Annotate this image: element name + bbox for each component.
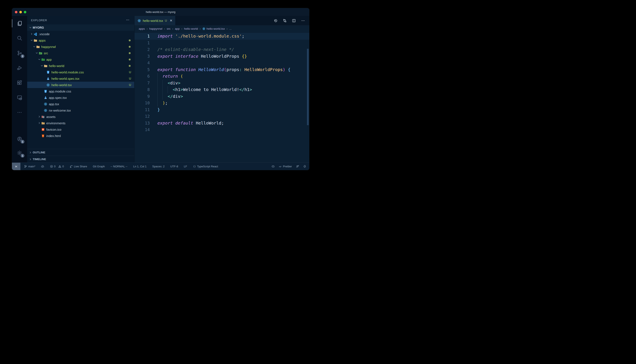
workspace-root-row[interactable]: MYORG	[27, 24, 134, 31]
status-item-git-branch[interactable]: main*	[24, 165, 35, 168]
tree-item-hello-world.module.css[interactable]: 3hello-world.module.cssU	[27, 69, 134, 75]
breadcrumb-label: app	[175, 27, 180, 30]
branch-icon	[24, 165, 27, 168]
activity-item-remote-explorer[interactable]	[12, 90, 27, 105]
activity-item-source-control[interactable]: 3	[12, 46, 27, 60]
status-item-vim-mode[interactable]: -- NORMAL --	[110, 165, 127, 168]
activity-item-more-views[interactable]	[12, 105, 27, 120]
tree-item-hello-world.tsx[interactable]: hello-world.tsxU	[27, 82, 134, 88]
status-item-cursor-position[interactable]: Ln 1, Col 1	[133, 165, 147, 168]
close-button[interactable]	[15, 11, 18, 13]
code-line[interactable]: 14	[134, 126, 309, 133]
tree-item-nx-welcome.tsx[interactable]: nx-welcome.tsx	[27, 107, 134, 114]
code-line-text: <div>	[157, 80, 180, 86]
code-editor[interactable]: 1import './hello-world.module.css';12/* …	[134, 32, 309, 162]
tree-item-label: src	[44, 51, 48, 55]
tab-hello-world.tsx[interactable]: hello-world.tsxU✕	[134, 16, 175, 25]
code-line[interactable]: 2/* eslint-disable-next-line */	[134, 46, 309, 53]
tree-item-hello-world[interactable]: hello-world	[27, 62, 134, 69]
status-item-language-mode[interactable]: {}TypeScript React	[193, 165, 218, 168]
ellipsis-icon	[126, 18, 130, 22]
tab-close-icon[interactable]: ✕	[170, 19, 172, 22]
tree-item-assets[interactable]: assets	[27, 114, 134, 120]
breadcrumb-item-happynrwl[interactable]: happynrwl	[149, 27, 162, 30]
sidebar-section-timeline[interactable]: TIMELINE	[27, 156, 134, 162]
activity-item-search[interactable]	[12, 31, 27, 46]
code-line[interactable]: 5export function HelloWorld(props: Hello…	[134, 66, 309, 73]
tree-item-favicon.ico[interactable]: favicon.ico	[27, 126, 134, 132]
explorer-more-actions-button[interactable]	[126, 18, 130, 22]
status-item-prettier[interactable]: Prettier	[279, 165, 292, 168]
breadcrumb-item-hello-world[interactable]: hello-world	[184, 27, 198, 30]
tree-item-app.module.css[interactable]: 3app.module.css	[27, 88, 134, 94]
status-item-remote-window[interactable]	[12, 163, 20, 170]
split-editor-icon[interactable]	[292, 19, 296, 23]
tree-item-happynrwl[interactable]: happynrwl	[27, 44, 134, 50]
code-line[interactable]: 7 <div>	[134, 80, 309, 86]
activity-item-run-debug[interactable]	[12, 60, 27, 75]
test-icon: TS	[44, 96, 47, 100]
status-item-live-share[interactable]: Live Share	[70, 165, 87, 168]
status-item-notifications[interactable]	[303, 165, 306, 168]
breadcrumb-item-apps[interactable]: apps	[139, 27, 145, 30]
modified-dot-badge	[129, 46, 131, 48]
code-line[interactable]: 6 return (	[134, 73, 309, 80]
code-line[interactable]: 10 );	[134, 100, 309, 106]
tree-item-index.html[interactable]: 5index.html	[27, 132, 134, 139]
tree-item-app.tsx[interactable]: app.tsx	[27, 101, 134, 107]
breadcrumb-item-hello-world.tsx[interactable]: hello-world.tsx	[202, 27, 225, 30]
code-line[interactable]: 1import './hello-world.module.css';	[134, 33, 309, 40]
activity-badge-source-control: 3	[21, 54, 25, 58]
status-item-eol-sequence[interactable]: LF	[184, 165, 187, 168]
status-item-indentation[interactable]: Spaces: 2	[152, 165, 165, 168]
breadcrumb-item-...[interactable]: ...	[229, 27, 232, 30]
sidebar-section-outline[interactable]: OUTLINE	[27, 149, 134, 156]
status-item-sync-changes[interactable]	[41, 165, 44, 168]
code-token: Welcome to HelloWorld!	[183, 87, 239, 92]
code-line[interactable]: 1	[134, 40, 309, 46]
tree-item-src[interactable]: src	[27, 50, 134, 56]
status-item-encoding[interactable]: UTF-8	[170, 165, 178, 168]
status-item-feedback[interactable]	[296, 165, 299, 168]
activity-item-settings[interactable]: 1	[12, 146, 27, 160]
code-line[interactable]: 11}	[134, 106, 309, 113]
history-icon[interactable]	[274, 19, 278, 23]
zoom-button[interactable]	[24, 11, 26, 13]
status-item-copilot[interactable]	[272, 165, 275, 168]
code-line[interactable]: 3export interface HelloWorldProps {}	[134, 53, 309, 60]
status-bar-right: Prettier	[272, 165, 309, 168]
status-item-git-graph[interactable]: Git Graph	[93, 165, 105, 168]
status-part-label: 0	[62, 165, 64, 168]
tree-item-app.spec.tsx[interactable]: TSapp.spec.tsx	[27, 94, 134, 101]
tree-item-app[interactable]: app	[27, 56, 134, 62]
compare-icon[interactable]	[283, 19, 287, 23]
tree-item-hello-world.spec.tsx[interactable]: TShello-world.spec.tsxU	[27, 75, 134, 82]
tree-item-label: .vscode	[39, 32, 50, 36]
activity-item-extensions[interactable]	[12, 75, 27, 90]
breadcrumb-item-app[interactable]: app	[175, 27, 180, 30]
code-line[interactable]: 12	[134, 113, 309, 120]
breadcrumb-item-src[interactable]: src	[167, 27, 171, 30]
code-line[interactable]: 13export default HelloWorld;	[134, 120, 309, 127]
breadcrumb: apps›happynrwl›src›app›hello-world›hello…	[134, 26, 309, 32]
tree-item-environments[interactable]: environments	[27, 120, 134, 126]
minimize-button[interactable]	[19, 11, 22, 13]
react-icon	[46, 83, 50, 87]
ellipsis-icon[interactable]	[301, 19, 305, 23]
file-tree: .vscodeappshappynrwlsrcapphello-world3he…	[27, 31, 134, 139]
chevron-right-icon	[29, 151, 32, 154]
activity-item-explorer[interactable]	[12, 16, 27, 31]
status-item-problems[interactable]: 00	[50, 165, 64, 168]
window-controls	[15, 8, 26, 16]
activity-item-accounts[interactable]: 1	[12, 132, 27, 146]
code-line[interactable]: 8 <h1>Welcome to HelloWorld!</h1>	[134, 86, 309, 93]
code-token	[198, 54, 201, 59]
tree-item-label: app.spec.tsx	[49, 96, 67, 100]
tree-item-apps[interactable]: apps	[27, 37, 134, 44]
code-line[interactable]: 4	[134, 60, 309, 66]
warning-icon	[58, 165, 61, 168]
braces-icon: {}	[193, 165, 196, 168]
tree-item-.vscode[interactable]: .vscode	[27, 31, 134, 37]
code-line[interactable]: 9 </div>	[134, 93, 309, 100]
react-icon	[202, 27, 205, 30]
